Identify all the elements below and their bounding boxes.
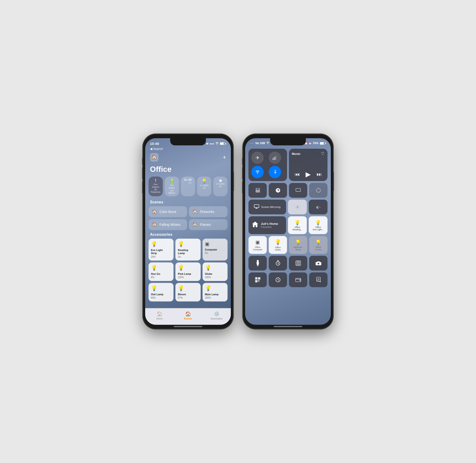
- connectivity-panel: ✈: [249, 149, 287, 181]
- next-track-button[interactable]: ⏭: [316, 171, 322, 178]
- tab-bar: 🏠 Home 🏠 Rooms ⚙️ Automation: [145, 308, 231, 325]
- screen-mirroring-label: Screen Mirroring: [261, 205, 280, 208]
- brightness-button[interactable]: [288, 200, 307, 214]
- pill-temperature[interactable]: 71–75° 💧 --%: [181, 177, 195, 196]
- acc-computer[interactable]: ▣ Computer On: [203, 239, 227, 260]
- office-globe-button[interactable]: 💡 OfficeGlobe: [269, 236, 287, 254]
- notch: [270, 138, 306, 145]
- side-button[interactable]: [333, 172, 334, 191]
- qr-scan-button[interactable]: [249, 272, 267, 287]
- volume-up-button[interactable]: [242, 167, 243, 179]
- do-not-disturb-button[interactable]: [269, 183, 287, 198]
- svg-rect-6: [254, 204, 259, 207]
- svg-rect-10: [257, 265, 258, 266]
- acc-globe[interactable]: 💡 Globe 100%: [203, 262, 227, 281]
- page-title: Office: [145, 164, 231, 177]
- back-nav[interactable]: ◀ Search: [145, 147, 231, 152]
- cellular-button[interactable]: [269, 151, 281, 164]
- acc-bloom[interactable]: 💡 Bloom 67%: [175, 283, 200, 302]
- svg-rect-19: [299, 264, 300, 265]
- acc-pink-lamp[interactable]: 💡 Pink Lamp 100%: [175, 262, 200, 281]
- office-aurora-button[interactable]: 💡 OfficeAurora: [309, 236, 327, 254]
- svg-rect-17: [296, 264, 297, 265]
- acc-main-lamp[interactable]: 💡 Main Lamp 100%: [203, 283, 227, 302]
- screen-mirror-icon: [254, 204, 259, 210]
- acc-name: Pink Lamp: [178, 272, 198, 276]
- volume-down-button[interactable]: [242, 182, 243, 193]
- wifi-button[interactable]: [251, 166, 264, 178]
- tab-rooms[interactable]: 🏠 Rooms: [174, 308, 202, 325]
- back-label[interactable]: ◀ Search: [150, 147, 163, 151]
- home-favorites-button[interactable]: Juli's Home Favorites: [249, 216, 286, 234]
- notes-button[interactable]: [309, 272, 327, 287]
- screen-mirroring-button[interactable]: Screen Mirroring: [249, 200, 286, 214]
- svg-rect-8: [257, 260, 259, 262]
- extra-button[interactable]: [309, 183, 327, 198]
- svg-rect-24: [256, 278, 257, 279]
- notch: [170, 138, 206, 145]
- scene-color-burst[interactable]: 🏠 Color Burst: [149, 206, 187, 217]
- light-icon: 💡: [151, 265, 171, 271]
- add-button[interactable]: +: [223, 154, 226, 160]
- status-time: 10:40: [150, 142, 159, 146]
- camera-button[interactable]: [309, 256, 327, 270]
- scene-falling-whites[interactable]: 🏠 Falling Whites: [149, 219, 187, 230]
- wallet-button[interactable]: [289, 272, 307, 287]
- acc-owl-lamp[interactable]: 💡 Owl Lamp 60%: [149, 283, 173, 302]
- volume-down-button[interactable]: [142, 182, 143, 193]
- light-icon: 💡: [205, 265, 225, 271]
- tab-automation[interactable]: ⚙️ Automation: [202, 308, 231, 325]
- office-reading-button[interactable]: 💡 OfficeReading...: [288, 216, 307, 234]
- svg-point-5: [316, 188, 320, 193]
- cc-signal-dots: ····: [250, 142, 254, 145]
- svg-rect-15: [298, 263, 299, 264]
- timer-button[interactable]: [269, 256, 287, 270]
- light-icon: 💡: [315, 239, 321, 245]
- cc-row6: [249, 256, 327, 270]
- office-computer-button[interactable]: ▣ OfficeComputer: [249, 236, 267, 254]
- home-icon-button[interactable]: 🏠: [150, 153, 159, 161]
- side-button[interactable]: [233, 172, 234, 191]
- play-pause-button[interactable]: ▶: [305, 170, 311, 178]
- bedroom-meep-button[interactable]: 💡 BedroomMeep: [289, 236, 307, 254]
- signal-icon: ●●●: [209, 142, 214, 145]
- cc-status-right: ⏰ ▶ 76%: [305, 142, 326, 145]
- bluetooth-button[interactable]: [269, 166, 281, 178]
- volume-button[interactable]: [309, 200, 327, 214]
- tile-label: OfficeAurora: [315, 246, 322, 251]
- scene-home-icon: 🏠: [152, 209, 157, 214]
- tab-home[interactable]: 🏠 Home: [145, 308, 174, 325]
- tile-label: BedroomMeep: [294, 246, 303, 251]
- scene-flames[interactable]: 🏠 Flames: [189, 219, 227, 230]
- pill-button-battery[interactable]: 🔋 The Button Low Battery: [165, 177, 179, 196]
- prev-track-button[interactable]: ⏮: [295, 171, 300, 178]
- pill-lights[interactable]: 💡 11 LightsOn: [197, 177, 211, 196]
- flashlight-button[interactable]: [249, 256, 267, 270]
- calculator-button[interactable]: [289, 256, 307, 270]
- wifi-icon: [215, 142, 219, 145]
- acc-name: Bloom: [178, 293, 198, 296]
- svg-rect-13: [296, 261, 300, 263]
- pill-eve-degree[interactable]: ! Eve DegreeNo Response: [149, 177, 163, 196]
- acc-hue-go[interactable]: 💡 Hue Go 8%: [149, 262, 173, 281]
- acc-reading-lamp[interactable]: 💡 ReadingLamp On: [175, 239, 200, 260]
- pill-outlets[interactable]: ▣ 2 OutletsOn: [213, 177, 227, 196]
- accessories-title: Accessories: [145, 232, 231, 239]
- cc-row3: Screen Mirroring: [249, 200, 327, 214]
- music-title: Music: [292, 152, 301, 156]
- volume-up-button[interactable]: [142, 167, 143, 179]
- scene-fireworks[interactable]: 🏠 Fireworks: [189, 206, 227, 217]
- office-eve-light-button[interactable]: 💡 OfficeEve Light...: [309, 216, 327, 234]
- portrait-lock-button[interactable]: [249, 183, 267, 198]
- svg-marker-9: [256, 262, 259, 265]
- silent-switch: [242, 158, 243, 165]
- home-sublabel: Favorites: [261, 226, 278, 228]
- scenes-grid: 🏠 Color Burst 🏠 Fireworks 🏠 Falling Whit…: [145, 206, 231, 230]
- clock-button[interactable]: [269, 272, 287, 287]
- screen-mirror-small-button[interactable]: [289, 183, 307, 198]
- acc-eve-light-strip[interactable]: 💡 Eve LightStrip 20%: [149, 239, 173, 260]
- rooms-tab-icon: 🏠: [185, 311, 191, 317]
- light-icon: 💡: [275, 239, 281, 245]
- airplane-mode-button[interactable]: ✈: [251, 151, 264, 164]
- svg-rect-25: [259, 278, 260, 279]
